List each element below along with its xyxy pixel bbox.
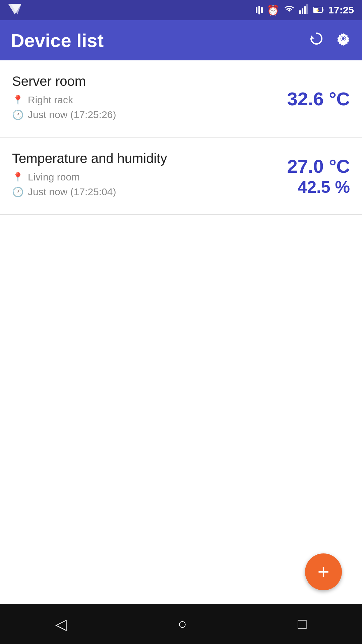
device-info-temp-humidity: Temperature and humidity 📍 Living room 🕐… xyxy=(12,151,287,201)
svg-rect-4 xyxy=(304,6,306,14)
device-location-temp-humidity: 📍 Living room xyxy=(12,171,287,183)
page-title: Device list xyxy=(11,30,104,51)
device-info-server-room: Server room 📍 Right rack 🕐 Just now (17:… xyxy=(12,74,287,124)
wifi-icon xyxy=(283,4,295,16)
location-icon-server-room: 📍 xyxy=(12,95,24,106)
device-item-temp-humidity[interactable]: Temperature and humidity 📍 Living room 🕐… xyxy=(0,138,362,215)
app-bar: Device list xyxy=(0,20,362,60)
svg-text:⚡: ⚡ xyxy=(316,8,320,12)
svg-marker-10 xyxy=(311,35,314,39)
svg-rect-2 xyxy=(299,10,301,14)
status-icons: ⏰ ⚡ 17:25 xyxy=(256,4,354,16)
back-button[interactable]: ◁ xyxy=(55,615,67,633)
add-device-fab[interactable]: + xyxy=(305,553,342,590)
home-button[interactable]: ○ xyxy=(178,615,187,632)
battery-icon: ⚡ xyxy=(313,5,324,15)
status-bar: ⏰ ⚡ 17:25 xyxy=(0,0,362,20)
device-item-server-room[interactable]: Server room 📍 Right rack 🕐 Just now (17:… xyxy=(0,60,362,138)
app-bar-actions xyxy=(308,31,351,50)
alarm-icon: ⏰ xyxy=(267,4,279,16)
svg-rect-5 xyxy=(306,4,308,14)
add-icon: + xyxy=(317,562,329,582)
app-logo xyxy=(8,4,21,17)
vibrate-icon xyxy=(256,6,263,14)
device-timestamp-server-room: 🕐 Just now (17:25:26) xyxy=(12,109,287,120)
device-location-server-room: 📍 Right rack xyxy=(12,94,287,106)
time-display: 17:25 xyxy=(328,4,354,16)
clock-icon-temp-humidity: 🕐 xyxy=(12,186,24,198)
recents-button[interactable]: □ xyxy=(298,615,307,632)
location-icon-temp-humidity: 📍 xyxy=(12,172,24,183)
refresh-button[interactable] xyxy=(308,31,324,50)
bottom-nav: ◁ ○ □ xyxy=(0,604,362,644)
device-temperature-value: 27.0 °C xyxy=(287,155,350,177)
svg-rect-3 xyxy=(302,8,303,14)
svg-rect-7 xyxy=(322,9,323,11)
settings-button[interactable] xyxy=(335,31,351,50)
signal-icon xyxy=(299,4,309,16)
device-name-temp-humidity: Temperature and humidity xyxy=(12,151,287,166)
device-list: Server room 📍 Right rack 🕐 Just now (17:… xyxy=(0,60,362,215)
device-timestamp-temp-humidity: 🕐 Just now (17:25:04) xyxy=(12,186,287,198)
device-value-temp-humidity: 27.0 °C 42.5 % xyxy=(287,155,350,197)
clock-icon-server-room: 🕐 xyxy=(12,109,24,120)
device-humidity-value: 42.5 % xyxy=(287,177,350,197)
device-name-server-room: Server room xyxy=(12,74,287,89)
device-value-server-room: 32.6 °C xyxy=(287,88,350,110)
